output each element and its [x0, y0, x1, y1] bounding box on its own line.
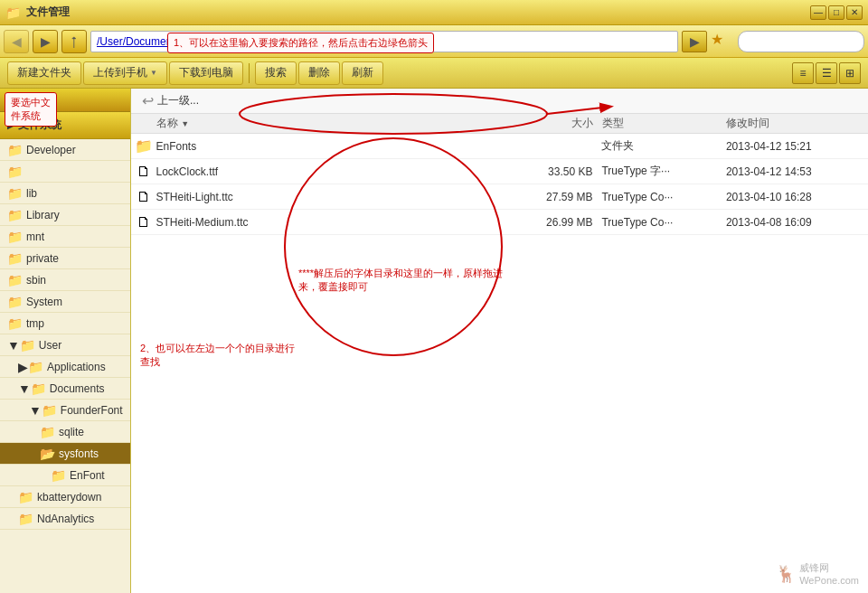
minimize-button[interactable]: — [810, 5, 826, 20]
window-controls: — □ ✕ [810, 5, 863, 20]
sidebar-item-private[interactable]: 📁 private [0, 248, 130, 269]
col-name-header[interactable]: 名称 ▼ [131, 116, 486, 131]
file-row[interactable]: 🗋 STHeiti-Light.ttc 27.59 MB TrueType Co… [131, 184, 868, 210]
section-arrow-icon: ▶ [7, 120, 14, 130]
folder-icon: 📁 [40, 425, 55, 439]
sidebar-item-library[interactable]: 📁 Library [0, 204, 130, 226]
download-to-pc-button[interactable]: 下载到电脑 [169, 61, 243, 85]
file-system-label: 文件系统 [18, 118, 61, 133]
watermark-sub: WePone.com [799, 575, 859, 586]
view-buttons: ≡ ☰ ⊞ [792, 62, 861, 84]
file-size: 26.99 MB [486, 216, 602, 229]
sidebar-item-documents[interactable]: ▼📁 Documents [0, 378, 130, 400]
sidebar-item-user[interactable]: ▼📁 User [0, 334, 130, 356]
upload-to-phone-button[interactable]: 上传到手机 ▼ [83, 61, 167, 85]
home-button[interactable]: ⭡ [61, 30, 87, 53]
file-system-section[interactable]: ▶ 文件系统 [0, 112, 130, 139]
parent-folder-button[interactable]: ↩ 上一级... [137, 91, 204, 111]
sidebar-item-tmp[interactable]: 📁 tmp [0, 313, 130, 334]
file-date: 2013-04-10 16:28 [726, 191, 868, 203]
sort-arrow-icon: ▼ [181, 119, 189, 128]
col-size-label: 大小 [571, 117, 593, 129]
detail-view-button[interactable]: ☰ [816, 62, 837, 84]
download-label: 下载到电脑 [179, 65, 233, 80]
folder-icon: 📁 [51, 468, 66, 483]
quick-access-section[interactable]: 快速入口 [0, 89, 130, 112]
file-icon-cell: 🗋 [131, 214, 156, 231]
file-list: 📁 EnFonts 文件夹 2013-04-12 15:21 🗋 LockClo… [131, 134, 868, 593]
list-view-button[interactable]: ≡ [792, 62, 814, 84]
folder-expand-icon: ▼📁 [18, 381, 46, 396]
back-button[interactable]: ◀ [4, 30, 29, 53]
col-date-header[interactable]: 修改时间 [726, 116, 868, 131]
toolbar-separator [249, 63, 250, 83]
address-bar[interactable]: /User/Documents/FounderFont/sysfonts [90, 31, 678, 52]
sidebar-item-lib[interactable]: 📁 lib [0, 183, 130, 204]
sidebar-item-kbatterydown[interactable]: 📁 kbatterydown [0, 486, 130, 508]
content-toolbar: ↩ 上一级... [131, 89, 868, 114]
sidebar-item-label: Developer [26, 144, 76, 156]
file-name: STHeiti-Medium.ttc [156, 216, 486, 229]
titlebar-left: 📁 文件管理 [5, 5, 70, 20]
upload-label: 上传到手机 [93, 65, 147, 80]
font-file-icon: 🗋 [137, 164, 151, 180]
delete-button[interactable]: 删除 [298, 61, 340, 85]
folder-expand-icon: ▼📁 [7, 338, 35, 353]
sidebar-item-ndanalytics[interactable]: 📁 NdAnalytics [0, 508, 130, 530]
sidebar-item-label: Documents [50, 382, 105, 395]
folder-icon: 📁 [7, 165, 23, 179]
file-name: EnFonts [156, 140, 486, 153]
app-icon: 📁 [5, 5, 21, 20]
column-headers: 名称 ▼ 大小 类型 修改时间 [131, 114, 868, 134]
file-date: 2013-04-12 14:53 [726, 165, 868, 178]
search-button[interactable]: 搜索 [255, 61, 297, 85]
font-file-icon: 🗋 [137, 214, 151, 231]
sidebar-item-label: sbin [26, 274, 46, 287]
file-row[interactable]: 🗋 STHeiti-Medium.ttc 26.99 MB TrueType C… [131, 210, 868, 235]
file-type: TrueType 字··· [601, 164, 725, 179]
col-name-label: 名称 [156, 117, 178, 129]
sidebar-item-mnt[interactable]: 📁 mnt [0, 226, 130, 248]
toolbar1: ◀ ▶ ⭡ /User/Documents/FounderFont/sysfon… [0, 25, 868, 58]
new-folder-label: 新建文件夹 [17, 65, 71, 80]
folder-icon: 📁 [7, 208, 23, 222]
titlebar: 📁 文件管理 — □ ✕ [0, 0, 868, 25]
sidebar-item-sbin[interactable]: 📁 sbin [0, 269, 130, 291]
maximize-button[interactable]: □ [828, 5, 844, 20]
col-size-header[interactable]: 大小 [486, 116, 602, 131]
sidebar-item-enfont[interactable]: 📁 EnFont [0, 465, 130, 486]
sidebar-item-label: FounderFont [61, 404, 123, 417]
sidebar-item-sqlite[interactable]: 📁 sqlite [0, 421, 130, 443]
file-name: STHeiti-Light.ttc [156, 191, 486, 203]
sidebar-item-developer[interactable]: 📁 Developer [0, 139, 130, 161]
forward-button[interactable]: ▶ [33, 30, 58, 53]
search-input[interactable] [738, 31, 864, 52]
quick-access-label: 快速入口 [7, 92, 51, 108]
new-folder-button[interactable]: 新建文件夹 [7, 61, 81, 85]
sidebar-item-empty1[interactable]: 📁 [0, 161, 130, 183]
file-content: ↩ 上一级... 名称 ▼ 大小 类型 修改时间 [131, 89, 868, 593]
refresh-button[interactable]: 刷新 [342, 61, 383, 85]
bookmark-button[interactable]: ★ [711, 31, 734, 52]
file-date: 2013-04-08 16:09 [726, 216, 868, 229]
sidebar-item-label: Applications [47, 361, 106, 373]
col-type-header[interactable]: 类型 [602, 116, 726, 131]
file-row[interactable]: 📁 EnFonts 文件夹 2013-04-12 15:21 [131, 134, 868, 159]
folder-icon: 📁 [135, 137, 153, 155]
sidebar-item-system[interactable]: 📁 System [0, 291, 130, 313]
file-date: 2013-04-12 15:21 [726, 140, 868, 153]
sidebar-item-applications[interactable]: ▶📁 Applications [0, 356, 130, 378]
sidebar-item-label: private [26, 252, 59, 265]
sidebar-item-founderfont[interactable]: ▼📁 FounderFont [0, 400, 130, 421]
go-button[interactable]: ▶ [682, 31, 707, 52]
close-button[interactable]: ✕ [846, 5, 863, 20]
grid-view-button[interactable]: ⊞ [839, 62, 861, 84]
main-area: 快速入口 ▶ 文件系统 📁 Developer 📁 📁 lib 📁 Librar… [0, 89, 868, 593]
folder-icon: 📁 [7, 251, 23, 266]
font-file-icon: 🗋 [137, 189, 151, 205]
file-size: 33.50 KB [486, 165, 602, 178]
file-row[interactable]: 🗋 LockClock.ttf 33.50 KB TrueType 字··· 2… [131, 159, 868, 184]
folder-icon: 📁 [7, 230, 23, 244]
sidebar-item-sysfonts[interactable]: 📂 sysfonts [0, 443, 130, 465]
folder-expand-icon: ▼📁 [29, 403, 57, 418]
